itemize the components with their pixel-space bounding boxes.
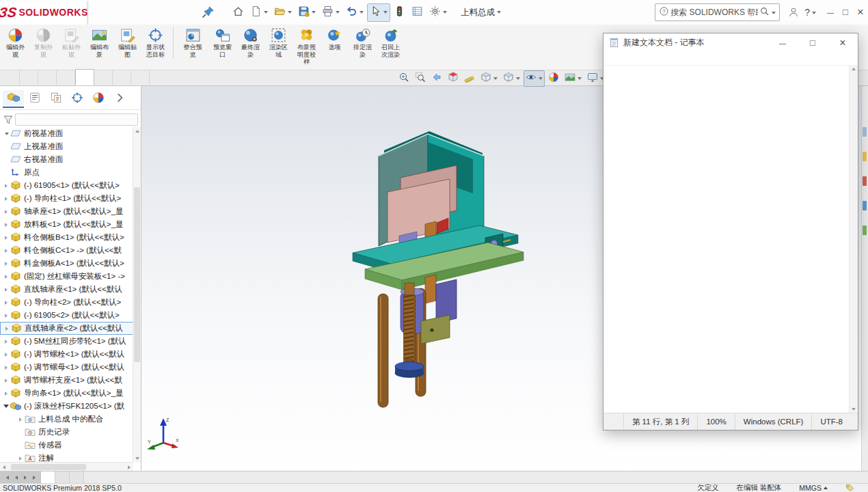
tree-item[interactable]: (-) 导向柱<1> (默认<<默认> <box>0 192 133 205</box>
view-tool-button[interactable] <box>429 70 444 87</box>
expand-arrow-icon[interactable] <box>2 208 10 215</box>
close-button[interactable] <box>853 1 868 25</box>
expand-arrow-icon[interactable] <box>3 325 10 332</box>
expand-arrow-icon[interactable] <box>2 273 10 280</box>
toolbar-button[interactable] <box>426 3 450 22</box>
expand-arrow-icon[interactable] <box>2 195 10 202</box>
tab-scroll-buttons[interactable] <box>0 472 41 483</box>
tab-scroll-last-icon[interactable] <box>33 476 36 480</box>
expand-arrow-icon[interactable] <box>2 156 10 163</box>
search-input[interactable] <box>669 7 759 18</box>
toolbar-button[interactable] <box>247 3 271 22</box>
maximize-button[interactable] <box>838 1 853 25</box>
view-tool-button[interactable] <box>478 70 500 87</box>
user-account-icon[interactable] <box>785 5 802 20</box>
expand-arrow-icon[interactable] <box>2 234 10 241</box>
units-dropdown[interactable]: MMGS <box>799 484 828 492</box>
tree-item[interactable]: 料仓侧板C<1> -> (默认<<默 <box>0 244 133 257</box>
command-tab[interactable] <box>20 70 38 85</box>
tab-scroll-right-icon[interactable] <box>24 476 27 480</box>
render-tool-button[interactable]: 编辑外观 <box>1 27 29 58</box>
tree-vertical-scrollbar[interactable] <box>133 127 141 463</box>
toolbar-button[interactable] <box>343 3 366 22</box>
tree-item[interactable]: 料仓侧板B<1> (默认<<默认> <box>0 231 133 244</box>
expand-arrow-icon[interactable] <box>2 351 10 358</box>
toolbar-button[interactable] <box>295 3 318 22</box>
minimize-button[interactable] <box>823 1 838 25</box>
view-tool-button[interactable] <box>546 70 561 87</box>
panel-tab[interactable] <box>87 91 109 107</box>
view-tool-button[interactable] <box>501 70 522 87</box>
tree-item[interactable]: 上视基准面 <box>0 140 133 153</box>
expand-arrow-icon[interactable] <box>2 169 10 176</box>
panel-tab[interactable] <box>3 90 24 108</box>
expand-arrow-icon[interactable] <box>16 441 24 449</box>
toolbar-button[interactable] <box>409 3 426 22</box>
render-tool-button[interactable]: 复制外观 <box>29 27 57 58</box>
toolbar-button[interactable] <box>230 3 247 22</box>
tree-item[interactable]: 直线轴承座<1> (默认<<默认 <box>0 283 133 296</box>
notepad-minimize-button[interactable] <box>768 33 798 53</box>
task-pane-edge[interactable] <box>861 86 868 472</box>
command-tab[interactable] <box>1 70 20 85</box>
active-document-dropdown[interactable]: 上料总成 <box>461 7 501 18</box>
render-tool-button[interactable]: 渲染区域 <box>265 27 293 58</box>
render-tool-button[interactable]: 布景照明度校样 <box>293 27 321 66</box>
render-tool-button[interactable]: 整合预览 <box>173 27 208 58</box>
pin-icon[interactable] <box>201 5 215 19</box>
scroll-up-icon[interactable] <box>852 68 856 70</box>
notepad-text-area[interactable] <box>603 65 850 413</box>
render-tool-button[interactable]: 编辑布景 <box>85 27 113 58</box>
tree-item[interactable]: 直线轴承座<2> (默认<<默认 <box>0 322 133 335</box>
tree-item[interactable]: (-) 滚珠丝杆SFK1205<1> (默 <box>0 400 133 413</box>
toolbar-button[interactable] <box>391 3 408 22</box>
command-tab[interactable] <box>38 70 57 85</box>
render-tool-button[interactable]: 召回上次渲染 <box>377 27 405 58</box>
tag-icon[interactable] <box>845 484 854 492</box>
tree-horizontal-scrollbar[interactable] <box>0 462 133 472</box>
toolbar-button[interactable] <box>319 3 342 22</box>
tree-item[interactable]: 上料总成 中的配合 <box>0 413 133 426</box>
view-tool-button[interactable] <box>524 70 545 87</box>
resize-grip[interactable] <box>851 413 858 430</box>
help-menu-button[interactable]: ? <box>802 7 819 18</box>
tree-item[interactable]: 料盒侧板A<1> (默认<<默认> <box>0 257 133 270</box>
command-tab[interactable] <box>75 69 94 85</box>
tree-item[interactable]: 导向条<1> (默认<<默认>_显 <box>0 387 133 400</box>
view-tool-button[interactable] <box>562 70 584 87</box>
panel-tab[interactable] <box>109 91 130 107</box>
tree-item[interactable]: 历史记录 <box>0 426 133 439</box>
tree-item[interactable]: 放料板<1> (默认<<默认>_显 <box>0 218 133 231</box>
model-tab[interactable] <box>70 472 84 483</box>
render-tool-button[interactable]: 预览窗口 <box>208 27 236 58</box>
scroll-up-icon[interactable] <box>135 130 139 133</box>
expand-arrow-icon[interactable] <box>2 390 10 397</box>
expand-arrow-icon[interactable] <box>16 428 24 436</box>
command-tab[interactable] <box>113 70 131 85</box>
view-tool-button[interactable] <box>462 70 477 87</box>
model-tab[interactable] <box>55 472 70 483</box>
command-tab[interactable] <box>131 70 150 85</box>
tree-item[interactable]: (固定) 丝杠螺母安装板<1> -> <box>0 270 133 283</box>
notepad-titlebar[interactable]: 新建文本文档 - 记事本 <box>603 33 858 52</box>
expand-arrow-icon[interactable] <box>2 221 10 228</box>
expand-arrow-icon[interactable] <box>2 299 10 306</box>
model-3d-view[interactable] <box>321 122 526 409</box>
notepad-maximize-button[interactable] <box>798 33 828 52</box>
panel-tab[interactable] <box>24 91 45 107</box>
panel-tab[interactable] <box>66 91 87 107</box>
model-tab[interactable] <box>41 472 55 483</box>
scroll-thumb[interactable] <box>11 464 86 470</box>
render-tool-button[interactable]: 编辑贴图 <box>113 27 141 58</box>
panel-tab[interactable] <box>45 91 66 107</box>
tree-item[interactable]: 前视基准面 <box>0 127 133 140</box>
tree-item[interactable]: (-) 5M丝杠同步带轮<1> (默认 <box>0 335 133 348</box>
expand-arrow-icon[interactable] <box>2 260 10 267</box>
view-tool-button[interactable] <box>446 70 461 87</box>
scroll-down-icon[interactable] <box>852 408 856 411</box>
expand-arrow-icon[interactable] <box>2 402 10 410</box>
tree-item[interactable]: 调节螺杆支座<1> (默认<<默 <box>0 374 133 387</box>
render-tool-button[interactable]: 最终渲染 <box>236 27 265 58</box>
expand-arrow-icon[interactable] <box>2 338 10 345</box>
render-tool-button[interactable]: 选项 <box>321 27 349 51</box>
